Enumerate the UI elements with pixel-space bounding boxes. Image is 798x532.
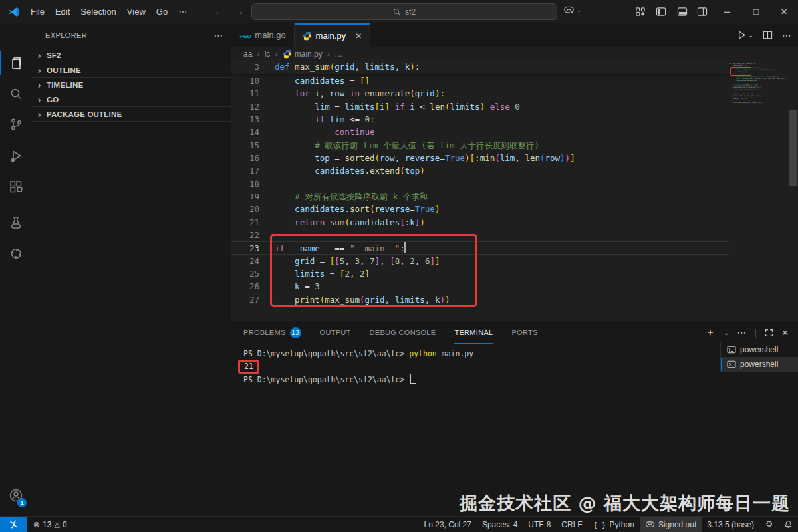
panel-tab-ports[interactable]: PORTS	[511, 321, 537, 344]
panel-tab-output[interactable]: OUTPUT	[320, 321, 351, 344]
code-line-21[interactable]: 21 return sum(candidates[:k])	[231, 216, 729, 229]
menu-selection[interactable]: Selection	[75, 5, 121, 19]
code-editor[interactable]: 3def max_sum(grid, limits, k): 10 candid…	[231, 61, 798, 321]
sidebar-section-timeline[interactable]: ›TIMELINE	[32, 77, 231, 92]
code-line-17[interactable]: 17 candidates.extend(top)	[231, 164, 729, 177]
code-line-11[interactable]: 11 for i, row in enumerate(grid):	[231, 87, 729, 100]
toggle-sidebar-icon[interactable]	[656, 7, 666, 17]
line-code: lim = limits[i] if i < len(limits) else …	[270, 100, 729, 113]
run-button[interactable]: ⌄	[737, 30, 753, 40]
menu-file[interactable]: File	[25, 5, 50, 19]
close-button[interactable]: ✕	[770, 0, 798, 23]
status-ext-icon[interactable]	[759, 517, 779, 532]
tab-main-go[interactable]: ⟜GOmain.go	[231, 23, 295, 47]
minimap[interactable]: def max_sum(grid, limits, k): candidates…	[729, 61, 787, 321]
status-signed-out[interactable]: Signed out	[640, 517, 702, 532]
customize-layout-icon[interactable]	[636, 7, 646, 17]
activity-search-icon[interactable]	[0, 81, 32, 108]
sidebar-section-sf2[interactable]: ›SF2	[32, 48, 231, 63]
panel-tab-problems[interactable]: PROBLEMS13	[243, 321, 301, 344]
status-ln-23-col-27[interactable]: Ln 23, Col 27	[419, 517, 477, 532]
menu-more[interactable]: ⋯	[173, 5, 192, 19]
panel-more-icon[interactable]: ⋯	[737, 327, 746, 338]
ext-icon	[765, 520, 773, 529]
activity-extension-custom-icon[interactable]	[0, 241, 32, 268]
line-number: 18	[231, 178, 270, 190]
sidebar-section-outline[interactable]: ›OUTLINE	[32, 63, 231, 77]
indent-guide	[275, 87, 275, 100]
sidebar-more-icon[interactable]: ⋯	[214, 30, 223, 41]
line-number: 11	[231, 87, 270, 100]
terminal-list-item-1[interactable]: powershell	[721, 342, 798, 357]
new-terminal-icon[interactable]: ＋	[705, 326, 716, 340]
status-python[interactable]: { }Python	[588, 517, 640, 532]
python-file-icon	[283, 49, 292, 59]
maximize-panel-icon[interactable]	[765, 329, 773, 337]
status-utf-8[interactable]: UTF-8	[523, 517, 556, 532]
toggle-secondary-sidebar-icon[interactable]	[697, 7, 708, 17]
toggle-panel-icon[interactable]	[677, 7, 688, 17]
activity-testing-icon[interactable]	[0, 209, 32, 236]
code-line-13[interactable]: 13 if lim <= 0:	[231, 113, 729, 126]
activity-run-debug-icon[interactable]	[0, 143, 32, 170]
breadcrumb-item-aa[interactable]: aa	[243, 49, 252, 59]
breadcrumb-item-mainpy[interactable]: main.py	[283, 49, 323, 59]
editor-scrollbar-thumb[interactable]	[789, 110, 797, 186]
menu-edit[interactable]: Edit	[50, 5, 75, 19]
terminal-dropdown-icon[interactable]: ⌄	[724, 329, 729, 336]
panel-tab-debug-console[interactable]: DEBUG CONSOLE	[370, 321, 436, 344]
sidebar-header: EXPLORER ⋯	[32, 23, 231, 47]
code-line-20[interactable]: 20 candidates.sort(reverse=True)	[231, 203, 729, 215]
activity-explorer-icon[interactable]	[0, 50, 32, 76]
code-line-16[interactable]: 16 top = sorted(row, reverse=True)[:min(…	[231, 152, 729, 164]
status-spaces-4[interactable]: Spaces: 4	[477, 517, 523, 532]
code-line-10[interactable]: 10 candidates = []	[231, 74, 729, 87]
activity-extensions-icon[interactable]	[0, 174, 32, 200]
status-3-13-5-base-[interactable]: 3.13.5 (base)	[702, 517, 759, 532]
tab-close-icon[interactable]: ✕	[355, 31, 362, 41]
search-value: sf2	[405, 7, 416, 17]
run-dropdown-icon[interactable]: ⌄	[748, 32, 753, 39]
annotation-rect-output: 21	[238, 360, 259, 374]
code-line-19[interactable]: 19 # 对所有候选按降序取前 k 个求和	[231, 190, 729, 203]
line-code: if lim <= 0:	[270, 113, 729, 126]
sidebar-section-go[interactable]: ›GO	[32, 92, 231, 106]
indent-guide	[275, 216, 275, 229]
tab-main-py[interactable]: main.py✕	[295, 23, 371, 47]
nav-forward-arrow[interactable]: →	[234, 5, 244, 17]
activity-account-icon[interactable]: 1	[0, 482, 32, 509]
python-file-icon	[303, 31, 312, 41]
panel-tab-terminal[interactable]: TERMINAL	[454, 321, 493, 344]
sticky-scroll-line[interactable]: 3def max_sum(grid, limits, k):	[231, 61, 729, 74]
breadcrumb-item-more[interactable]: …	[334, 49, 342, 59]
breadcrumb-item-lc[interactable]: lc	[265, 49, 271, 59]
nav-back-arrow[interactable]: ←	[214, 5, 224, 17]
code-line-15[interactable]: 15 # 取该行前 lim 个最大值 (若 lim 大于行长度则取整行)	[231, 139, 729, 152]
code-line-14[interactable]: 14 continue	[231, 126, 729, 138]
terminal-output[interactable]: PS D:\mysetup\gopath\src\sf2\aa\lc> pyth…	[243, 348, 473, 386]
maximize-button[interactable]: □	[742, 0, 770, 23]
menu-view[interactable]: View	[122, 5, 151, 19]
sidebar-section-package-outline[interactable]: ›PACKAGE OUTLINE	[32, 106, 231, 121]
activity-source-control-icon[interactable]	[0, 111, 32, 138]
status-bell-icon[interactable]	[779, 517, 798, 532]
indent-guide	[275, 113, 275, 126]
code-line-18[interactable]: 18	[231, 178, 729, 190]
problems-status[interactable]: ⊗ 13 △ 0	[33, 520, 67, 529]
line-number: 16	[231, 152, 270, 164]
remote-indicator[interactable]	[0, 517, 27, 532]
split-editor-icon[interactable]	[763, 30, 773, 40]
line-number: 22	[231, 229, 270, 241]
section-label: SF2	[47, 51, 61, 59]
search-command-center[interactable]: sf2	[251, 3, 557, 20]
status-crlf[interactable]: CRLF	[556, 517, 587, 532]
menu-go[interactable]: Go	[151, 5, 173, 19]
copilot-menu[interactable]: ⌄	[563, 5, 582, 15]
close-panel-icon[interactable]: ✕	[781, 328, 789, 338]
editor-more-icon[interactable]: ⋯	[782, 30, 791, 41]
indent-guide	[275, 139, 275, 152]
minimize-button[interactable]: ─	[713, 0, 741, 23]
indent-guide	[275, 126, 275, 138]
terminal-list-item-2[interactable]: powershell	[721, 357, 798, 372]
code-line-12[interactable]: 12 lim = limits[i] if i < len(limits) el…	[231, 100, 729, 113]
